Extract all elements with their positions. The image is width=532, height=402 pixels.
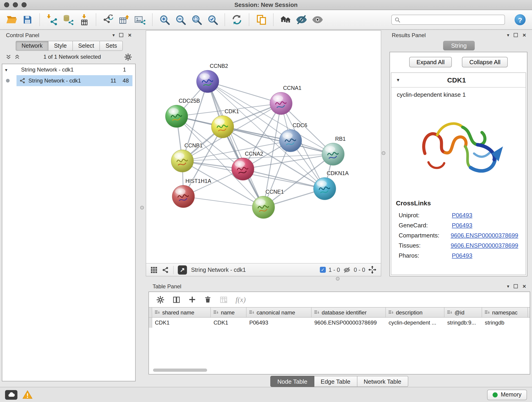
network-collection-row[interactable]: ▾ String Network - cdk1 1 (2, 64, 135, 75)
hide-selection-button[interactable] (295, 13, 308, 27)
crosslink-link[interactable]: P06493 (452, 222, 472, 229)
tab-network[interactable]: Network (16, 41, 49, 51)
add-column-icon[interactable] (188, 296, 196, 303)
edge-CCNB2-CCNE1[interactable] (208, 81, 264, 207)
selected-nodes-checkbox-icon[interactable]: ✓ (320, 267, 326, 273)
crosslink-link[interactable]: P06493 (452, 211, 472, 218)
help-button[interactable]: ? (515, 14, 526, 25)
panel-menu-icon[interactable]: ▾ (507, 33, 509, 37)
string-network-graph[interactable]: CCNB2CCNA1CDC25BCDK1CDC6RB1CCNB1CCNA2CDK… (146, 31, 381, 263)
table-horizontal-scrollbar[interactable] (153, 369, 207, 372)
warning-icon[interactable] (22, 390, 32, 400)
column-header-shared-name[interactable]: shared name (152, 307, 211, 317)
export-network-image-button[interactable] (133, 13, 147, 27)
node-CDKN1A[interactable]: CDKN1A (313, 170, 349, 200)
table-cell[interactable]: cyclin-dependent ... (386, 318, 444, 328)
save-session-button[interactable] (21, 13, 34, 27)
panel-menu-icon[interactable]: ▾ (507, 284, 509, 288)
float-panel-icon[interactable] (514, 33, 518, 37)
pan-move-icon[interactable] (368, 265, 377, 274)
tab-network-table[interactable]: Network Table (357, 376, 408, 387)
table-settings-gear-icon[interactable] (156, 295, 165, 304)
node-CCNB1[interactable]: CCNB1 (171, 143, 203, 172)
tree-expand-icon[interactable]: ▾ (5, 67, 11, 72)
close-panel-icon[interactable]: × (523, 283, 526, 289)
zoom-window-button[interactable] (22, 2, 27, 7)
table-cell[interactable]: CDK1 (152, 318, 211, 328)
table-cell[interactable]: P06493 (247, 318, 312, 328)
column-header--id[interactable]: @id (444, 307, 482, 317)
node-RB1[interactable]: RB1 (322, 136, 346, 166)
expand-all-icon[interactable] (14, 54, 20, 60)
search-box[interactable] (391, 15, 505, 25)
node-CDK1[interactable]: CDK1 (211, 108, 239, 138)
node-CCNB2[interactable]: CCNB2 (196, 63, 228, 93)
table-cell[interactable]: stringdb:9... (444, 318, 482, 328)
zoom-in-button[interactable] (158, 13, 171, 27)
tab-sets[interactable]: Sets (100, 41, 123, 51)
close-window-button[interactable] (4, 2, 9, 7)
splitter-handle-left[interactable] (140, 206, 144, 210)
cloud-button[interactable] (5, 390, 17, 400)
gene-section-header[interactable]: ▾ CDK1 (391, 73, 526, 88)
import-network-database-button[interactable] (61, 13, 75, 27)
column-header-description[interactable]: description (386, 307, 444, 317)
splitter-handle-bottom[interactable] (336, 277, 340, 281)
search-input[interactable] (403, 17, 502, 23)
network-options-gear-icon[interactable] (124, 53, 132, 61)
import-network-file-button[interactable] (45, 13, 59, 27)
memory-button[interactable]: Memory (487, 389, 527, 400)
show-columns-icon[interactable] (172, 295, 181, 304)
graphics-details-icon[interactable] (162, 266, 169, 274)
float-panel-icon[interactable] (119, 33, 123, 37)
node-HIST1H1A[interactable]: HIST1H1A (172, 178, 211, 208)
refresh-layout-button[interactable] (230, 13, 244, 27)
open-session-button[interactable] (5, 13, 18, 27)
section-collapse-icon[interactable]: ▾ (397, 77, 399, 83)
hidden-eye-slash-icon[interactable] (343, 266, 351, 274)
tab-node-table[interactable]: Node Table (270, 376, 314, 387)
column-header-database-identifier[interactable]: database identifier (312, 307, 386, 317)
tab-string[interactable]: String (443, 41, 475, 51)
network-canvas[interactable]: CCNB2CCNA1CDC25BCDK1CDC6RB1CCNB1CCNA2CDK… (146, 31, 381, 263)
column-header-canonical-name[interactable]: canonical name (247, 307, 312, 317)
table-cell[interactable]: CDK1 (211, 318, 247, 328)
tab-style[interactable]: Style (49, 41, 73, 51)
table-cell[interactable]: stringdb (482, 318, 528, 328)
float-panel-icon[interactable] (514, 284, 518, 288)
copy-paste-button[interactable] (254, 13, 268, 27)
show-all-button[interactable] (311, 13, 324, 27)
collapse-all-icon[interactable] (6, 54, 12, 60)
column-header-namespac[interactable]: namespac (482, 307, 528, 317)
memory-status-dot (493, 392, 498, 397)
crosslink-link[interactable]: 9606.ENSP00000378699 (451, 242, 518, 249)
crosslink-link[interactable]: P06493 (452, 252, 472, 259)
splitter-handle-right[interactable] (382, 151, 385, 155)
table-cell[interactable]: 9606.ENSP00000378699 (312, 318, 386, 328)
column-header-name[interactable]: name (211, 307, 247, 317)
close-panel-icon[interactable]: × (128, 32, 132, 38)
zoom-selected-button[interactable] (206, 13, 220, 27)
new-network-button[interactable] (101, 13, 115, 27)
table-row[interactable]: CDK1CDK1P064939606.ENSP00000378699cyclin… (149, 318, 530, 328)
import-table-file-button[interactable] (77, 13, 91, 27)
close-panel-icon[interactable]: × (523, 32, 526, 38)
birds-eye-view-icon[interactable] (150, 266, 158, 274)
tab-select[interactable]: Select (73, 41, 100, 51)
panel-menu-icon[interactable]: ▾ (113, 33, 115, 37)
detach-view-icon[interactable]: ↗ (178, 265, 187, 274)
tab-edge-table[interactable]: Edge Table (314, 376, 357, 387)
home-button[interactable] (279, 13, 292, 27)
new-table-from-network-button[interactable] (117, 13, 131, 27)
delete-column-icon[interactable] (204, 296, 212, 303)
minimize-window-button[interactable] (13, 2, 18, 7)
node-CCNA1[interactable]: CCNA1 (270, 85, 302, 115)
expand-all-button[interactable]: Expand All (409, 57, 452, 67)
zoom-out-button[interactable] (174, 13, 187, 27)
network-row-selected[interactable]: String Network - cdk1 11 48 (2, 75, 135, 86)
collapse-all-button[interactable]: Collapse All (462, 57, 508, 67)
edge-HIST1H1A-CCNE1[interactable] (183, 196, 264, 207)
crosslink-link[interactable]: 9606.ENSP00000378699 (451, 232, 518, 239)
edge-CCNB2-CCNA1[interactable] (208, 81, 281, 103)
zoom-fit-button[interactable] (190, 13, 203, 27)
